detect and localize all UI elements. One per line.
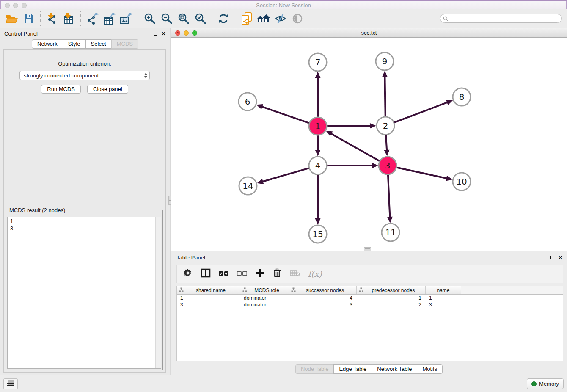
table-cell-MCDS-role[interactable]: dominator xyxy=(240,302,289,308)
graph-edge-2-3[interactable] xyxy=(386,134,387,151)
graph-edge-1-2[interactable] xyxy=(326,126,371,126)
graph-edge-3-10[interactable] xyxy=(396,167,447,179)
column-header-MCDS-role[interactable]: MCDS role xyxy=(240,286,289,294)
export-image-button[interactable] xyxy=(118,11,135,27)
first-neighbors-button[interactable] xyxy=(255,11,272,27)
tab-select[interactable]: Select xyxy=(85,39,112,49)
table-cell-shared-name[interactable]: 1 xyxy=(177,295,240,301)
save-session-button[interactable] xyxy=(20,11,37,27)
column-view-button[interactable] xyxy=(201,268,211,279)
table-cell-MCDS-role[interactable]: dominator xyxy=(240,295,289,301)
table-tab-motifs[interactable]: Motifs xyxy=(417,364,443,374)
control-panel-title: Control Panel xyxy=(4,30,38,37)
window-title: Session: New Session xyxy=(1,2,566,8)
open-file-button[interactable] xyxy=(3,11,20,27)
column-header-label: predecessor nodes xyxy=(363,287,425,293)
graph-node-label-4: 4 xyxy=(315,160,321,171)
zoom-in-icon xyxy=(144,13,155,24)
graph-edge-4-14[interactable] xyxy=(262,168,310,182)
apply-layout-button[interactable] xyxy=(215,11,232,27)
add-column-button[interactable] xyxy=(255,269,264,279)
clone-network-button[interactable] xyxy=(238,11,255,27)
memory-button[interactable]: Memory xyxy=(527,378,564,389)
export-table-button[interactable] xyxy=(101,11,118,27)
network-resize-grip[interactable] xyxy=(364,247,371,251)
table-panel-header: Table Panel ✕ xyxy=(171,252,567,263)
close-panel-button[interactable]: Close panel xyxy=(87,85,128,94)
node-table[interactable]: shared nameMCDS rolesuccessor nodesprede… xyxy=(176,286,563,361)
table-cell-shared-name[interactable]: 3 xyxy=(177,302,240,308)
tab-network[interactable]: Network xyxy=(32,39,63,49)
mcds-panel: Optimization criterion: strongly connect… xyxy=(3,49,166,373)
table-tab-edge-table[interactable]: Edge Table xyxy=(333,364,372,374)
table-close-icon[interactable]: ✕ xyxy=(558,255,563,260)
search-input[interactable] xyxy=(440,14,562,23)
table-tab-network-table[interactable]: Network Table xyxy=(372,364,417,374)
graph-edge-2-9[interactable] xyxy=(385,76,385,118)
hide-selected-button[interactable] xyxy=(272,11,289,27)
control-panel: Control Panel ✕ NetworkStyleSelectMCDS O… xyxy=(0,28,170,375)
import-table-button[interactable] xyxy=(61,11,77,27)
column-header-label: shared name xyxy=(184,287,240,293)
toolbar-separator xyxy=(80,11,81,26)
column-view-icon xyxy=(201,268,211,279)
column-header-predecessor-nodes[interactable]: predecessor nodes xyxy=(357,286,426,294)
task-history-button[interactable] xyxy=(3,378,18,389)
fx-icon: f(x) xyxy=(308,269,322,279)
mcds-result-title: MCDS result (2 nodes) xyxy=(8,207,66,213)
status-bar: Memory xyxy=(0,375,567,392)
export-network-button[interactable] xyxy=(84,11,101,27)
table-row[interactable]: 3dominator323 xyxy=(177,301,563,308)
zoom-selected-button[interactable] xyxy=(192,11,209,27)
table-tab-node-table[interactable]: Node Table xyxy=(295,364,334,374)
column-header-name[interactable]: name xyxy=(426,286,461,294)
column-header-shared-name[interactable]: shared name xyxy=(177,286,240,294)
table-header-filler xyxy=(461,286,563,294)
float-panel-icon[interactable] xyxy=(154,32,157,36)
tab-mcds[interactable]: MCDS xyxy=(111,39,138,49)
deselect-all-rows-button[interactable] xyxy=(237,270,247,278)
tab-style[interactable]: Style xyxy=(63,39,86,49)
toolbar-separator xyxy=(40,11,41,26)
network-window-title: scc.txt xyxy=(171,30,567,36)
network-graph[interactable]: 7968124314101511 xyxy=(171,38,567,251)
table-panel: Table Panel ✕ f(x) shared nameMCDS roles… xyxy=(171,252,567,375)
zoom-out-icon xyxy=(161,13,172,24)
search-container xyxy=(440,14,562,23)
toolbar-separator xyxy=(212,11,212,26)
result-scrollbar[interactable] xyxy=(155,217,161,368)
graph-edge-3-11[interactable] xyxy=(388,174,390,218)
graph-edge-3-1[interactable] xyxy=(330,133,380,161)
graph-edge-1-6[interactable] xyxy=(261,107,310,124)
table-cell-name[interactable]: 3 xyxy=(426,302,461,308)
run-mcds-button[interactable]: Run MCDS xyxy=(41,85,81,94)
table-row[interactable]: 1dominator411 xyxy=(177,295,563,301)
mcds-result-box: MCDS result (2 nodes) 1 3 xyxy=(6,207,163,370)
network-canvas[interactable]: 7968124314101511 xyxy=(171,38,567,251)
table-panel-title: Table Panel xyxy=(176,254,205,261)
import-network-button[interactable] xyxy=(44,11,61,27)
table-cell-predecessor-nodes[interactable]: 1 xyxy=(357,295,426,301)
delete-column-button[interactable] xyxy=(272,268,282,279)
network-window-titlebar[interactable]: ✕ − + scc.txt xyxy=(171,28,567,38)
table-options-button[interactable] xyxy=(183,269,193,279)
delete-table-icon xyxy=(290,270,300,278)
graph-edge-arrow-3-11 xyxy=(387,217,393,223)
zoom-in-button[interactable] xyxy=(141,11,158,27)
zoom-fit-button[interactable] xyxy=(175,11,192,27)
graph-node-label-14: 14 xyxy=(242,181,253,191)
zoom-out-button[interactable] xyxy=(158,11,175,27)
export-table-icon xyxy=(103,13,116,25)
criterion-dropdown[interactable]: strongly connected component xyxy=(19,71,150,80)
graph-edge-2-8[interactable] xyxy=(393,102,448,123)
table-header-row: shared nameMCDS rolesuccessor nodesprede… xyxy=(177,286,563,295)
table-float-icon[interactable] xyxy=(550,256,554,259)
select-all-rows-button[interactable] xyxy=(219,270,229,278)
mcds-result-list[interactable]: 1 3 xyxy=(7,217,161,369)
column-header-successor-nodes[interactable]: successor nodes xyxy=(289,286,357,294)
table-cell-successor-nodes[interactable]: 3 xyxy=(289,302,357,308)
close-panel-icon[interactable]: ✕ xyxy=(161,31,166,36)
table-cell-successor-nodes[interactable]: 4 xyxy=(289,295,357,301)
table-cell-name[interactable]: 1 xyxy=(426,295,461,301)
table-cell-predecessor-nodes[interactable]: 2 xyxy=(357,302,426,308)
